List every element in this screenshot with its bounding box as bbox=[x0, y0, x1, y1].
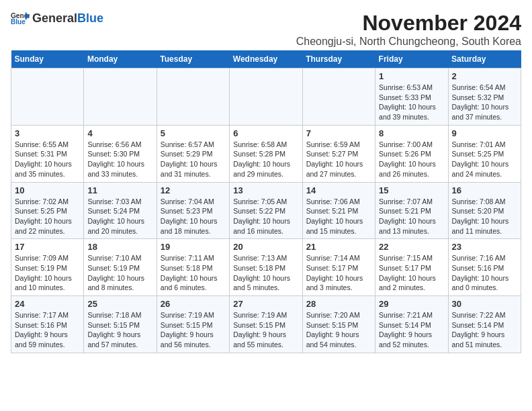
calendar-day-cell: 19Sunrise: 7:11 AM Sunset: 5:18 PM Dayli… bbox=[157, 239, 229, 296]
calendar-day-cell: 30Sunrise: 7:22 AM Sunset: 5:14 PM Dayli… bbox=[448, 296, 521, 353]
calendar-week-row: 3Sunrise: 6:55 AM Sunset: 5:31 PM Daylig… bbox=[11, 125, 521, 182]
weekday-header: Monday bbox=[84, 50, 157, 68]
day-info: Sunrise: 7:06 AM Sunset: 5:21 PM Dayligh… bbox=[306, 197, 371, 236]
day-number: 14 bbox=[306, 185, 371, 195]
day-info: Sunrise: 7:13 AM Sunset: 5:18 PM Dayligh… bbox=[233, 253, 298, 293]
calendar-day-cell: 9Sunrise: 7:01 AM Sunset: 5:25 PM Daylig… bbox=[448, 125, 521, 182]
weekday-header: Friday bbox=[375, 50, 448, 68]
day-info: Sunrise: 7:07 AM Sunset: 5:21 PM Dayligh… bbox=[379, 197, 444, 236]
weekday-header: Tuesday bbox=[157, 50, 229, 68]
calendar-body: 1Sunrise: 6:53 AM Sunset: 5:33 PM Daylig… bbox=[11, 68, 521, 353]
calendar-day-cell bbox=[302, 68, 375, 126]
calendar-day-cell: 21Sunrise: 7:14 AM Sunset: 5:17 PM Dayli… bbox=[302, 239, 375, 296]
day-number: 29 bbox=[379, 299, 444, 309]
day-info: Sunrise: 7:18 AM Sunset: 5:15 PM Dayligh… bbox=[87, 310, 152, 350]
day-number: 13 bbox=[233, 185, 298, 195]
calendar-day-cell: 5Sunrise: 6:57 AM Sunset: 5:29 PM Daylig… bbox=[157, 125, 229, 182]
calendar-day-cell: 28Sunrise: 7:20 AM Sunset: 5:15 PM Dayli… bbox=[302, 296, 375, 353]
day-number: 9 bbox=[452, 128, 517, 138]
logo-blue: Blue bbox=[77, 11, 103, 26]
calendar-day-cell: 23Sunrise: 7:16 AM Sunset: 5:16 PM Dayli… bbox=[448, 239, 521, 296]
day-number: 27 bbox=[233, 299, 298, 309]
calendar-day-cell: 16Sunrise: 7:08 AM Sunset: 5:20 PM Dayli… bbox=[448, 182, 521, 239]
day-number: 11 bbox=[87, 185, 152, 195]
day-number: 12 bbox=[161, 185, 226, 195]
day-number: 15 bbox=[379, 185, 444, 195]
calendar-day-cell: 20Sunrise: 7:13 AM Sunset: 5:18 PM Dayli… bbox=[230, 239, 302, 296]
day-info: Sunrise: 7:16 AM Sunset: 5:16 PM Dayligh… bbox=[452, 253, 517, 293]
day-number: 21 bbox=[306, 242, 371, 252]
day-number: 2 bbox=[452, 71, 517, 81]
logo-icon: General Blue bbox=[11, 11, 30, 26]
day-info: Sunrise: 7:19 AM Sunset: 5:15 PM Dayligh… bbox=[233, 310, 298, 350]
day-number: 20 bbox=[233, 242, 298, 252]
day-info: Sunrise: 7:02 AM Sunset: 5:25 PM Dayligh… bbox=[15, 197, 80, 236]
calendar-day-cell: 4Sunrise: 6:56 AM Sunset: 5:30 PM Daylig… bbox=[84, 125, 157, 182]
day-number: 30 bbox=[452, 299, 517, 309]
calendar-day-cell: 15Sunrise: 7:07 AM Sunset: 5:21 PM Dayli… bbox=[375, 182, 448, 239]
calendar-day-cell: 24Sunrise: 7:17 AM Sunset: 5:16 PM Dayli… bbox=[11, 296, 84, 353]
day-info: Sunrise: 6:59 AM Sunset: 5:27 PM Dayligh… bbox=[306, 140, 371, 179]
calendar-day-cell bbox=[11, 68, 84, 126]
day-info: Sunrise: 7:21 AM Sunset: 5:14 PM Dayligh… bbox=[379, 310, 444, 350]
day-info: Sunrise: 7:09 AM Sunset: 5:19 PM Dayligh… bbox=[15, 253, 80, 293]
calendar-day-cell: 26Sunrise: 7:19 AM Sunset: 5:15 PM Dayli… bbox=[157, 296, 229, 353]
weekday-header: Sunday bbox=[11, 50, 84, 68]
day-number: 7 bbox=[306, 128, 371, 138]
calendar-day-cell: 12Sunrise: 7:04 AM Sunset: 5:23 PM Dayli… bbox=[157, 182, 229, 239]
day-number: 25 bbox=[87, 299, 152, 309]
day-number: 6 bbox=[233, 128, 298, 138]
day-number: 16 bbox=[452, 185, 517, 195]
calendar-day-cell: 14Sunrise: 7:06 AM Sunset: 5:21 PM Dayli… bbox=[302, 182, 375, 239]
day-info: Sunrise: 6:58 AM Sunset: 5:28 PM Dayligh… bbox=[233, 140, 298, 179]
day-info: Sunrise: 7:20 AM Sunset: 5:15 PM Dayligh… bbox=[306, 310, 371, 350]
day-info: Sunrise: 7:08 AM Sunset: 5:20 PM Dayligh… bbox=[452, 197, 517, 236]
day-number: 18 bbox=[87, 242, 152, 252]
day-info: Sunrise: 7:03 AM Sunset: 5:24 PM Dayligh… bbox=[87, 197, 152, 236]
day-info: Sunrise: 7:05 AM Sunset: 5:22 PM Dayligh… bbox=[233, 197, 298, 236]
calendar-day-cell: 2Sunrise: 6:54 AM Sunset: 5:32 PM Daylig… bbox=[448, 68, 521, 126]
day-info: Sunrise: 7:11 AM Sunset: 5:18 PM Dayligh… bbox=[161, 253, 226, 293]
calendar-day-cell: 6Sunrise: 6:58 AM Sunset: 5:28 PM Daylig… bbox=[230, 125, 302, 182]
calendar-week-row: 24Sunrise: 7:17 AM Sunset: 5:16 PM Dayli… bbox=[11, 296, 521, 353]
calendar-day-cell bbox=[157, 68, 229, 126]
day-number: 19 bbox=[161, 242, 226, 252]
calendar-day-cell: 11Sunrise: 7:03 AM Sunset: 5:24 PM Dayli… bbox=[84, 182, 157, 239]
day-number: 4 bbox=[87, 128, 152, 138]
calendar-header: SundayMondayTuesdayWednesdayThursdayFrid… bbox=[11, 50, 521, 68]
logo-general: General bbox=[32, 11, 77, 26]
day-number: 24 bbox=[15, 299, 80, 309]
day-info: Sunrise: 7:10 AM Sunset: 5:19 PM Dayligh… bbox=[87, 253, 152, 293]
calendar-day-cell: 8Sunrise: 7:00 AM Sunset: 5:26 PM Daylig… bbox=[375, 125, 448, 182]
calendar-day-cell: 22Sunrise: 7:15 AM Sunset: 5:17 PM Dayli… bbox=[375, 239, 448, 296]
day-info: Sunrise: 7:01 AM Sunset: 5:25 PM Dayligh… bbox=[452, 140, 517, 179]
calendar-day-cell: 7Sunrise: 6:59 AM Sunset: 5:27 PM Daylig… bbox=[302, 125, 375, 182]
day-info: Sunrise: 7:19 AM Sunset: 5:15 PM Dayligh… bbox=[161, 310, 226, 350]
calendar-day-cell: 18Sunrise: 7:10 AM Sunset: 5:19 PM Dayli… bbox=[84, 239, 157, 296]
day-number: 28 bbox=[306, 299, 371, 309]
day-info: Sunrise: 6:55 AM Sunset: 5:31 PM Dayligh… bbox=[15, 140, 80, 179]
calendar-day-cell: 1Sunrise: 6:53 AM Sunset: 5:33 PM Daylig… bbox=[375, 68, 448, 126]
calendar-day-cell: 25Sunrise: 7:18 AM Sunset: 5:15 PM Dayli… bbox=[84, 296, 157, 353]
day-number: 5 bbox=[161, 128, 226, 138]
calendar-day-cell: 27Sunrise: 7:19 AM Sunset: 5:15 PM Dayli… bbox=[230, 296, 302, 353]
day-info: Sunrise: 7:15 AM Sunset: 5:17 PM Dayligh… bbox=[379, 253, 444, 293]
calendar-day-cell: 3Sunrise: 6:55 AM Sunset: 5:31 PM Daylig… bbox=[11, 125, 84, 182]
day-info: Sunrise: 7:22 AM Sunset: 5:14 PM Dayligh… bbox=[452, 310, 517, 350]
header: General Blue GeneralBlue November 2024 C… bbox=[11, 11, 521, 48]
day-info: Sunrise: 7:14 AM Sunset: 5:17 PM Dayligh… bbox=[306, 253, 371, 293]
svg-text:Blue: Blue bbox=[11, 18, 26, 26]
weekday-header-row: SundayMondayTuesdayWednesdayThursdayFrid… bbox=[11, 50, 521, 68]
calendar-table: SundayMondayTuesdayWednesdayThursdayFrid… bbox=[11, 50, 521, 353]
day-info: Sunrise: 6:54 AM Sunset: 5:32 PM Dayligh… bbox=[452, 83, 517, 122]
calendar-week-row: 10Sunrise: 7:02 AM Sunset: 5:25 PM Dayli… bbox=[11, 182, 521, 239]
calendar-day-cell: 17Sunrise: 7:09 AM Sunset: 5:19 PM Dayli… bbox=[11, 239, 84, 296]
day-number: 1 bbox=[379, 71, 444, 81]
day-number: 3 bbox=[15, 128, 80, 138]
calendar-day-cell: 13Sunrise: 7:05 AM Sunset: 5:22 PM Dayli… bbox=[230, 182, 302, 239]
calendar-day-cell: 29Sunrise: 7:21 AM Sunset: 5:14 PM Dayli… bbox=[375, 296, 448, 353]
calendar-day-cell bbox=[230, 68, 302, 126]
calendar-week-row: 17Sunrise: 7:09 AM Sunset: 5:19 PM Dayli… bbox=[11, 239, 521, 296]
day-info: Sunrise: 7:17 AM Sunset: 5:16 PM Dayligh… bbox=[15, 310, 80, 350]
page-title: November 2024 bbox=[296, 11, 521, 36]
